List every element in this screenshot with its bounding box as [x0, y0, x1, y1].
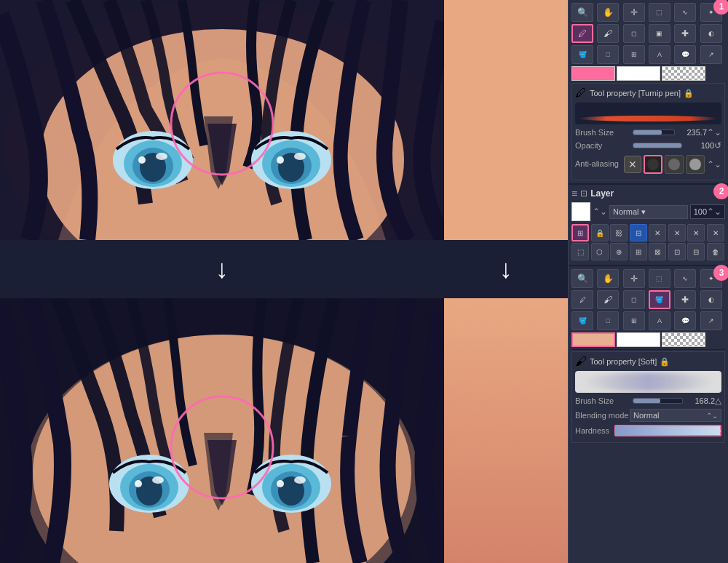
panel-number-1: 1 — [713, 0, 728, 15]
tool-text[interactable]: A — [649, 45, 670, 64]
layer-icon-clipping[interactable]: ⊟ — [630, 224, 647, 241]
aa-level1-btn[interactable] — [644, 155, 662, 174]
divider-3 — [571, 349, 725, 350]
opacity-slider-1[interactable] — [633, 143, 682, 148]
opacity-fill-1 — [633, 143, 681, 148]
p3-tool-eraser[interactable]: ◻ — [623, 290, 645, 309]
tool-grid-1: 🔍 ✋ ✛ ⬚ ∿ ✦ — [571, 3, 725, 22]
p3-tool-brush[interactable]: 🖌 — [597, 290, 619, 309]
tool-move[interactable]: ✛ — [623, 3, 645, 22]
down-arrow-right: ↓ — [499, 254, 513, 284]
layer-icon-b2[interactable]: ⬡ — [591, 243, 609, 260]
tool-icon-3: 🖌 — [575, 355, 587, 368]
canvas-top[interactable] — [0, 0, 444, 240]
blending-mode-select[interactable]: Normal ⌃⌄ — [630, 409, 721, 422]
aa-more[interactable]: ⌃⌄ — [707, 159, 721, 169]
panel-tool-3: 3 🔍 ✋ ✛ ⬚ ∿ ✦ 🖊 🖌 ◻ 🪣 ✚ ◐ 🪣 □ ⊞ — [569, 266, 728, 563]
p3-tool-text[interactable]: A — [649, 311, 670, 330]
tool-rect[interactable]: □ — [597, 45, 619, 64]
layer-opacity-arrows[interactable]: ⌃⌄ — [707, 207, 721, 217]
layer-icon-trash[interactable]: 🗑 — [707, 243, 724, 260]
p3-tool-lasso[interactable]: ∿ — [674, 269, 696, 288]
tool-property-title-3: Tool property [Soft] — [590, 357, 657, 366]
hardness-slider[interactable]: › — [614, 425, 721, 436]
tool-bubble[interactable]: 💬 — [674, 45, 696, 64]
layer-icon-x1[interactable]: ✕ — [649, 224, 666, 241]
tool-cursor-r[interactable]: ↗ — [700, 45, 722, 64]
hardness-row: Hardness › — [575, 425, 721, 436]
p3-tool-cursor[interactable]: ↗ — [700, 311, 722, 330]
tool-lasso[interactable]: ∿ — [674, 3, 696, 22]
svg-point-30 — [277, 480, 284, 487]
brush-size-slider-3[interactable] — [633, 398, 683, 404]
opacity-reset-1[interactable]: ↺ — [714, 140, 721, 151]
aa-level3-btn[interactable] — [686, 155, 705, 174]
layer-icon-b7[interactable]: ⊟ — [687, 243, 705, 260]
tool-brush[interactable]: 🖌 — [597, 24, 619, 43]
p3-tool-rect[interactable]: □ — [597, 311, 619, 330]
tool-gradient[interactable]: ◐ — [700, 24, 722, 43]
color-swatch-3-background[interactable] — [617, 332, 660, 347]
tool-property-header-3: 🖌 Tool property [Soft] 🔒 — [575, 355, 721, 368]
tool-grid-2: 🖊 🖌 ◻ ▣ ✚ ◐ — [571, 24, 725, 43]
layer-icon-x3[interactable]: ✕ — [687, 224, 705, 241]
aa-level2-btn[interactable] — [665, 155, 684, 174]
layer-icon-new[interactable]: ⊞ — [571, 224, 589, 241]
tool-grid-tool[interactable]: ⊞ — [623, 45, 645, 64]
brush-size-row-3: Brush Size 168.2 △ — [575, 396, 721, 406]
p3-tool-zoom[interactable]: 🔍 — [571, 269, 593, 288]
tool-pen[interactable]: 🖊 — [571, 24, 593, 43]
brush-size-arrows-1[interactable]: ⌃⌄ — [707, 127, 721, 137]
tool-hand[interactable]: ✋ — [597, 3, 619, 22]
p3-tool-gradient[interactable]: ◐ — [700, 290, 722, 309]
layer-mode-select[interactable]: Normal ▾ — [609, 205, 688, 219]
svg-point-24 — [135, 480, 142, 487]
brush-size-arrows-3[interactable]: △ — [715, 396, 721, 406]
tool-grid-3-3: 🪣 □ ⊞ A 💬 ↗ — [571, 311, 725, 330]
layer-icon-x4[interactable]: ✕ — [707, 224, 724, 241]
layer-icon-b6[interactable]: ⊡ — [668, 243, 686, 260]
down-arrow-left: ↓ — [215, 254, 229, 284]
layer-arrows[interactable]: ⌃⌄ — [593, 207, 607, 217]
layer-icon-b5[interactable]: ⊠ — [649, 243, 666, 260]
brush-size-slider-1[interactable] — [633, 129, 675, 135]
brush-stroke-1 — [579, 116, 718, 121]
tool-bucket[interactable]: 🪣 — [571, 45, 593, 64]
canvas-bottom[interactable] — [0, 298, 444, 563]
layer-thumbnail[interactable] — [571, 202, 590, 221]
p3-tool-bubble[interactable]: 💬 — [674, 311, 696, 330]
color-swatch-checker[interactable] — [662, 66, 705, 81]
p3-tool-pen[interactable]: 🖊 — [571, 290, 593, 309]
opacity-label-1: Opacity — [575, 141, 630, 150]
p3-tool-cross[interactable]: ✚ — [674, 290, 696, 309]
layer-icon-x2[interactable]: ✕ — [668, 224, 686, 241]
layer-icons-row-2: ⬚ ⬡ ⊕ ⊞ ⊠ ⊡ ⊟ 🗑 — [571, 243, 725, 260]
layer-icon-link[interactable]: ⛓ — [610, 224, 628, 241]
p3-tool-hand[interactable]: ✋ — [597, 269, 619, 288]
color-swatch-background[interactable] — [617, 66, 660, 81]
tool-property-header-1: 🖊 Tool property [Turnip pen] 🔒 — [575, 87, 721, 100]
skin-swatch-top — [444, 0, 568, 240]
p3-tool-bucket[interactable]: 🪣 — [571, 311, 593, 330]
layer-icon-lock[interactable]: 🔒 — [591, 224, 609, 241]
p3-tool-fill[interactable]: 🪣 — [649, 290, 670, 309]
tool-fill[interactable]: ▣ — [649, 24, 670, 43]
color-swatch-3-foreground[interactable] — [571, 332, 615, 347]
hamburger-icon-2[interactable]: ≡ — [571, 188, 577, 199]
layer-icon-b3[interactable]: ⊕ — [610, 243, 628, 260]
p3-tool-select[interactable]: ⬚ — [649, 269, 670, 288]
main-container: ↓ ↓ — [0, 0, 728, 563]
layer-mode-label: Normal — [613, 207, 638, 216]
tool-cross[interactable]: ✚ — [674, 24, 696, 43]
tool-select[interactable]: ⬚ — [649, 3, 670, 22]
p3-tool-grid[interactable]: ⊞ — [623, 311, 645, 330]
color-swatch-foreground[interactable] — [571, 66, 615, 81]
aa-none-btn[interactable]: ✕ — [624, 156, 641, 173]
tool-zoom[interactable]: 🔍 — [571, 3, 593, 22]
tool-eraser[interactable]: ◻ — [623, 24, 645, 43]
p3-tool-move[interactable]: ✛ — [623, 269, 645, 288]
layer-icon-b4[interactable]: ⊞ — [630, 243, 647, 260]
opacity-value-1: 100 — [685, 141, 714, 150]
layer-icon-b1[interactable]: ⬚ — [571, 243, 589, 260]
color-swatch-3-checker[interactable] — [662, 332, 705, 347]
